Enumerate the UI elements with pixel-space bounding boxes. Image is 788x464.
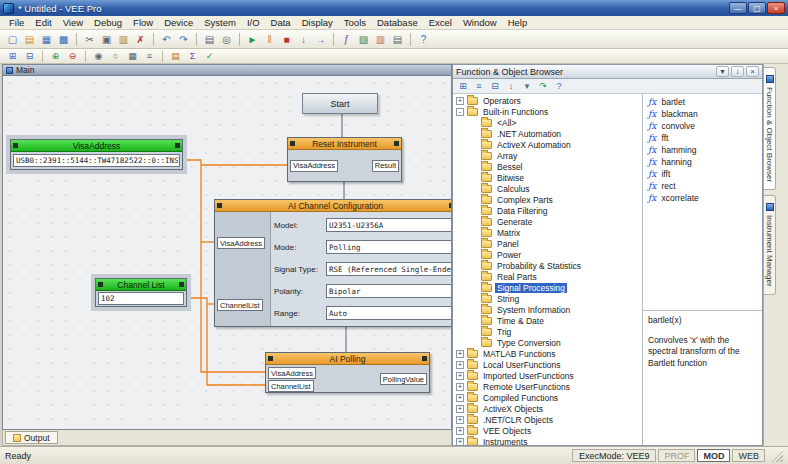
collapse-all-icon[interactable]: ⊟	[488, 80, 502, 92]
tree-item[interactable]: + Local UserFunctions	[453, 359, 642, 370]
tree-item[interactable]: <All>	[453, 117, 642, 128]
tree-item[interactable]: Power	[453, 249, 642, 260]
paste-icon[interactable]: ▥	[115, 32, 132, 47]
field-value[interactable]: U2351-U2356A	[326, 218, 451, 232]
object-collapse-icon[interactable]	[268, 356, 273, 361]
copy-icon[interactable]: ▣	[98, 32, 115, 47]
menu-item[interactable]: Tools	[339, 17, 371, 28]
tree-item[interactable]: Bitwise	[453, 172, 642, 183]
tree-item[interactable]: + MATLAB Functions	[453, 348, 642, 359]
tree-item[interactable]: + Remote UserFunctions	[453, 381, 642, 392]
tree-item[interactable]: + ActiveX Objects	[453, 403, 642, 414]
function-list-item[interactable]: ƒx fft	[643, 132, 762, 144]
function-list-item[interactable]: ƒx rect	[643, 180, 762, 192]
ai-polling-object[interactable]: AI Polling VisaAddress ChannelList Polli…	[265, 352, 430, 393]
pause-icon[interactable]: ‖	[261, 32, 278, 47]
start-object[interactable]: Start	[302, 93, 378, 114]
tree-item[interactable]: + .NET/CLR Objects	[453, 414, 642, 425]
visa-address-object[interactable]: VisaAddress USB0::2391::5144::TW47182522…	[10, 139, 183, 170]
field-value[interactable]: RSE (Referenced Single-Ended)	[326, 262, 451, 276]
maximize-button[interactable]: ▢	[748, 2, 766, 14]
tree-expander-icon[interactable]: +	[456, 427, 464, 435]
object-edit-icon[interactable]	[175, 143, 180, 148]
tree-item[interactable]: + Imported UserFunctions	[453, 370, 642, 381]
panel-view-icon[interactable]: ▥	[372, 32, 389, 47]
tree-expander-icon[interactable]: +	[456, 361, 464, 369]
list-view-icon[interactable]: ≡	[472, 80, 486, 92]
tree-item[interactable]: Probability & Statistics	[453, 260, 642, 271]
stop-icon[interactable]: ■	[278, 32, 295, 47]
channel-list-value[interactable]: 102	[98, 292, 184, 305]
datalog-icon[interactable]: ▤	[167, 50, 184, 63]
tree-item[interactable]: Type Conversion	[453, 337, 642, 348]
tree-item[interactable]: Trig	[453, 326, 642, 337]
function-list-item[interactable]: ƒx convolve	[643, 120, 762, 132]
function-list-item[interactable]: ƒx bartlet	[643, 96, 762, 108]
menu-item[interactable]: Database	[372, 17, 423, 28]
redo-icon[interactable]: ↷	[175, 32, 192, 47]
menu-item[interactable]: Help	[503, 17, 533, 28]
tree-item[interactable]: Array	[453, 150, 642, 161]
new-file-icon[interactable]: ▢	[4, 32, 21, 47]
tree-item[interactable]: Generate	[453, 216, 642, 227]
close-button[interactable]: ×	[767, 2, 785, 14]
find-icon[interactable]: ◎	[218, 32, 235, 47]
tree-expander-icon[interactable]: +	[456, 383, 464, 391]
step-into-icon[interactable]: ↓	[295, 32, 312, 47]
tree-item[interactable]: Real Parts	[453, 271, 642, 282]
run-icon[interactable]: ►	[244, 32, 261, 47]
field-value[interactable]: Polling	[326, 240, 451, 254]
menu-item[interactable]: Debug	[89, 17, 127, 28]
save-all-icon[interactable]: ▩	[55, 32, 72, 47]
align-icon[interactable]: ≡	[141, 50, 158, 63]
reset-instrument-object[interactable]: Reset Instrument VisaAddress Result	[287, 137, 402, 182]
tree-expander-icon[interactable]: +	[456, 372, 464, 380]
object-edit-icon[interactable]	[449, 203, 451, 208]
tree-item[interactable]: String	[453, 293, 642, 304]
menu-item[interactable]: Data	[266, 17, 296, 28]
tree-item[interactable]: Time & Date	[453, 315, 642, 326]
tree-expander-icon[interactable]: +	[456, 97, 464, 105]
remove-object-icon[interactable]: ⊖	[64, 50, 81, 63]
input-pin-channellist[interactable]: ChannelList	[217, 299, 263, 311]
panel-close-icon[interactable]: ×	[746, 66, 759, 77]
input-pin-channellist[interactable]: ChannelList	[268, 380, 314, 392]
menu-item[interactable]: File	[4, 17, 29, 28]
profiler-icon[interactable]: Σ	[184, 50, 201, 63]
minimize-button[interactable]: —	[729, 2, 747, 14]
menu-item[interactable]: Device	[159, 17, 198, 28]
field-value[interactable]: Bipolar	[326, 284, 451, 298]
print-icon[interactable]: ▤	[201, 32, 218, 47]
output-tab[interactable]: Output	[5, 431, 58, 444]
grid-icon[interactable]: ▦	[124, 50, 141, 63]
menu-item[interactable]: Excel	[424, 17, 457, 28]
tree-view-icon[interactable]: ⊞	[456, 80, 470, 92]
ai-channel-configuration-object[interactable]: AI Channel Configuration VisaAddress Cha…	[214, 199, 451, 327]
zoom-in-icon[interactable]: ◉	[90, 50, 107, 63]
tree-item[interactable]: + Instruments	[453, 436, 642, 445]
object-edit-icon[interactable]	[422, 356, 427, 361]
delete-icon[interactable]: ✗	[132, 32, 149, 47]
tree-item[interactable]: Matrix	[453, 227, 642, 238]
function-list-item[interactable]: ƒx hamming	[643, 144, 762, 156]
function-list-item[interactable]: ƒx xcorrelate	[643, 192, 762, 204]
tree-item[interactable]: Bessel	[453, 161, 642, 172]
input-pin-visaaddress[interactable]: VisaAddress	[290, 160, 338, 172]
side-tab-instrument-manager[interactable]: Instrument Manager	[764, 195, 776, 295]
refresh-icon[interactable]: ↷	[536, 80, 550, 92]
tree-item[interactable]: Calculus	[453, 183, 642, 194]
tree-item[interactable]: + VEE Objects	[453, 425, 642, 436]
tree-expander-icon[interactable]: +	[456, 416, 464, 424]
cut-icon[interactable]: ✂	[81, 32, 98, 47]
browser-help-icon[interactable]: ?	[552, 80, 566, 92]
object-collapse-icon[interactable]	[290, 141, 295, 146]
sort-icon[interactable]: ↓	[504, 80, 518, 92]
channel-list-object[interactable]: Channel List 102	[95, 278, 187, 307]
tree-item[interactable]: ActiveX Automation	[453, 139, 642, 150]
input-pin-visaaddress[interactable]: VisaAddress	[217, 237, 265, 249]
tree-expander-icon[interactable]: -	[456, 108, 464, 116]
menu-item[interactable]: Display	[297, 17, 338, 28]
object-edit-icon[interactable]	[394, 141, 399, 146]
menu-item[interactable]: View	[58, 17, 88, 28]
open-file-icon[interactable]: ▤	[21, 32, 38, 47]
